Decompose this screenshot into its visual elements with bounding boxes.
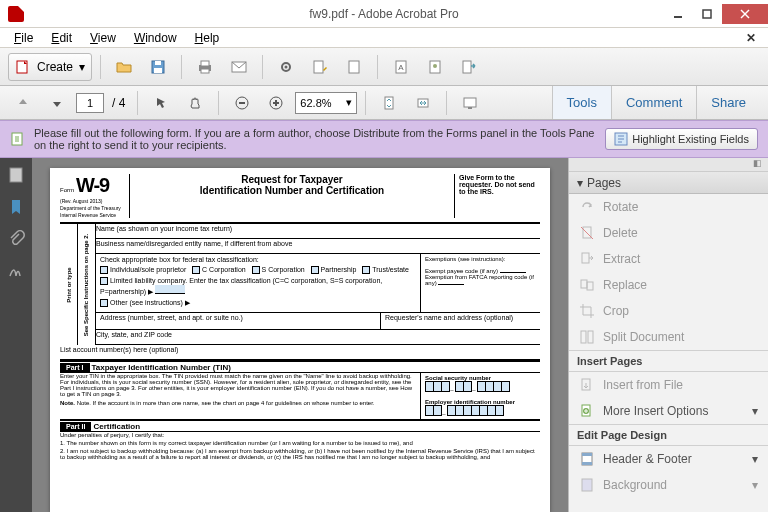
- print-button[interactable]: [190, 53, 220, 81]
- menu-view[interactable]: View: [82, 29, 124, 47]
- svg-rect-44: [582, 462, 592, 465]
- hand-tool-button[interactable]: [180, 89, 210, 117]
- zoom-dropdown[interactable]: 62.8%▾: [295, 92, 357, 114]
- stamp-icon: [427, 59, 443, 75]
- menu-edit[interactable]: Edit: [43, 29, 80, 47]
- window-titlebar: fw9.pdf - Adobe Acrobat Pro: [0, 0, 768, 28]
- page-count-label: / 4: [108, 96, 129, 110]
- delete-icon: [579, 225, 595, 241]
- checkbox-partnership[interactable]: [311, 266, 319, 274]
- more-insert-item[interactable]: More Insert Options▾: [569, 398, 768, 424]
- side-instructions-label: See Specific Instructions on page 2.: [84, 233, 90, 336]
- zoom-in-button[interactable]: [261, 89, 291, 117]
- window-maximize-button[interactable]: [693, 4, 721, 24]
- form-irs: Internal Revenue Service: [60, 212, 116, 218]
- checkbox-llc[interactable]: [100, 277, 108, 285]
- tools-tab[interactable]: Tools: [552, 86, 611, 119]
- main-area: Form W-9 (Rev. August 2013) Department o…: [0, 158, 768, 512]
- fit-width-icon: [416, 96, 430, 110]
- cert-2: 2. I am not subject to backup withholdin…: [60, 448, 540, 460]
- insert-file-icon: [579, 377, 595, 393]
- checkbox-individual[interactable]: [100, 266, 108, 274]
- replace-item[interactable]: Replace: [569, 272, 768, 298]
- svg-rect-34: [582, 253, 589, 263]
- export-button[interactable]: [454, 53, 484, 81]
- split-icon: [579, 329, 595, 345]
- signatures-icon[interactable]: [7, 262, 25, 280]
- city-label: City, state, and ZIP code: [96, 331, 172, 338]
- create-label: Create: [37, 60, 73, 74]
- close-doc-button[interactable]: ✕: [740, 31, 762, 45]
- email-button[interactable]: [224, 53, 254, 81]
- page-number-input[interactable]: [76, 93, 104, 113]
- select-tool-button[interactable]: [146, 89, 176, 117]
- checkbox-s-corp[interactable]: [252, 266, 260, 274]
- highlight-fields-button[interactable]: Highlight Existing Fields: [605, 128, 758, 150]
- document-a-icon: A: [393, 59, 409, 75]
- window-minimize-button[interactable]: [664, 4, 692, 24]
- thumbnails-icon[interactable]: [7, 166, 25, 184]
- gear-icon: [278, 59, 294, 75]
- chevron-down-icon: ▾: [752, 478, 758, 492]
- bookmarks-icon[interactable]: [7, 198, 25, 216]
- svg-rect-14: [314, 61, 323, 73]
- menubar: File Edit View Window Help ✕: [0, 28, 768, 48]
- window-title: fw9.pdf - Adobe Acrobat Pro: [309, 7, 458, 21]
- create-button[interactable]: Create ▾: [8, 53, 92, 81]
- extract-item[interactable]: Extract: [569, 246, 768, 272]
- llc-class-field[interactable]: [155, 285, 185, 294]
- page-up-button[interactable]: [8, 89, 38, 117]
- svg-rect-35: [581, 280, 587, 288]
- insert-file-item[interactable]: Insert from File: [569, 372, 768, 398]
- delete-item[interactable]: Delete: [569, 220, 768, 246]
- zoom-out-button[interactable]: [227, 89, 257, 117]
- attachments-icon[interactable]: [7, 230, 25, 248]
- chevron-down-icon: ▾: [752, 452, 758, 466]
- tin-text: Enter your TIN in the appropriate box. T…: [60, 373, 416, 397]
- printer-icon: [197, 59, 213, 75]
- page-view-button[interactable]: [339, 53, 369, 81]
- insert-pages-section: Insert Pages: [569, 350, 768, 372]
- svg-rect-38: [588, 331, 593, 343]
- share-tab[interactable]: Share: [696, 86, 760, 119]
- comment-tab[interactable]: Comment: [611, 86, 696, 119]
- rotate-item[interactable]: Rotate: [569, 194, 768, 220]
- highlight-label: Highlight Existing Fields: [632, 133, 749, 145]
- page-down-button[interactable]: [42, 89, 72, 117]
- read-mode-button[interactable]: [455, 89, 485, 117]
- part2-bar: Part II: [60, 422, 91, 431]
- split-item[interactable]: Split Document: [569, 324, 768, 350]
- settings-button[interactable]: [271, 53, 301, 81]
- create-pdf-icon: [15, 59, 31, 75]
- fit-page-button[interactable]: [374, 89, 404, 117]
- save-button[interactable]: [143, 53, 173, 81]
- forms-button[interactable]: [305, 53, 335, 81]
- checkbox-trust[interactable]: [362, 266, 370, 274]
- svg-rect-37: [581, 331, 586, 343]
- checkbox-other[interactable]: [100, 299, 108, 307]
- hand-icon: [188, 96, 202, 110]
- window-close-button[interactable]: [722, 4, 768, 24]
- document-viewport[interactable]: Form W-9 (Rev. August 2013) Department o…: [32, 158, 568, 512]
- svg-rect-10: [201, 69, 209, 73]
- menu-window[interactable]: Window: [126, 29, 185, 47]
- open-button[interactable]: [109, 53, 139, 81]
- crop-item[interactable]: Crop: [569, 298, 768, 324]
- checkbox-c-corp[interactable]: [192, 266, 200, 274]
- stamp-button[interactable]: [420, 53, 450, 81]
- header-footer-item[interactable]: Header & Footer▾: [569, 446, 768, 472]
- fit-width-button[interactable]: [408, 89, 438, 117]
- tools-pane: ◧ ▾ Pages Rotate Delete Extract Replace …: [568, 158, 768, 512]
- background-item[interactable]: Background▾: [569, 472, 768, 498]
- pane-collapse-button[interactable]: ◧: [569, 158, 768, 172]
- account-label: List account number(s) here (optional): [60, 346, 178, 353]
- svg-rect-45: [582, 479, 592, 491]
- ocr-button[interactable]: A: [386, 53, 416, 81]
- menu-help[interactable]: Help: [187, 29, 228, 47]
- menu-file[interactable]: File: [6, 29, 41, 47]
- chevron-down-icon: ▾: [79, 60, 85, 74]
- export-icon: [461, 59, 477, 75]
- form-notice-icon: [10, 131, 26, 147]
- pages-panel-header[interactable]: ▾ Pages: [569, 172, 768, 194]
- part2-title: Certification: [93, 422, 140, 431]
